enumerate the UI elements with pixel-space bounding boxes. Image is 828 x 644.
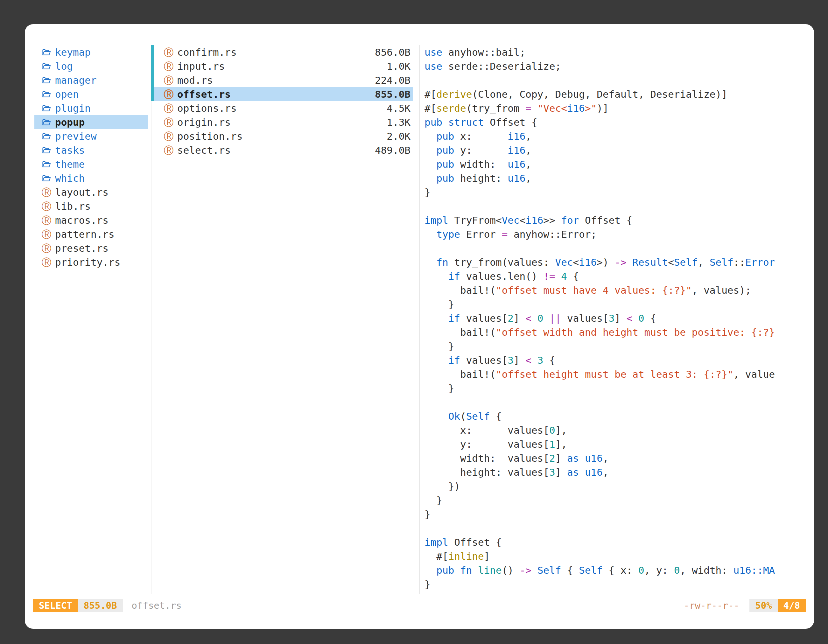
parent-item-which[interactable]: which bbox=[34, 171, 148, 185]
current-pane: Ⓡconfirm.rs856.0BⓇinput.rs1.0KⓇmod.rs224… bbox=[151, 45, 413, 157]
parent-item-theme[interactable]: theme bbox=[34, 157, 148, 171]
parent-item-layout-rs[interactable]: Ⓡlayout.rs bbox=[34, 185, 148, 199]
item-label: priority.rs bbox=[55, 257, 120, 268]
parent-item-keymap[interactable]: keymap bbox=[34, 45, 148, 59]
file-size: 489.0B bbox=[375, 144, 411, 156]
code-line: } bbox=[425, 297, 808, 311]
code-line bbox=[425, 199, 808, 213]
folder-open-icon bbox=[41, 76, 52, 84]
code-line: bail!("offset width and height must be p… bbox=[425, 325, 808, 339]
item-label: theme bbox=[55, 158, 85, 170]
file-size: 2.0K bbox=[387, 130, 411, 142]
rust-icon: Ⓡ bbox=[163, 146, 174, 155]
status-bar: SELECT 855.0B offset.rs -rw-r--r-- 50% 4… bbox=[33, 599, 806, 612]
item-label: open bbox=[55, 88, 79, 100]
code-line: use anyhow::bail; bbox=[425, 45, 808, 59]
selected-marker bbox=[151, 45, 154, 59]
rust-icon: Ⓡ bbox=[41, 243, 52, 253]
parent-item-log[interactable]: log bbox=[34, 59, 148, 73]
file-size-badge: 855.0B bbox=[78, 599, 123, 612]
file-item-input-rs[interactable]: Ⓡinput.rs1.0K bbox=[151, 59, 413, 73]
rust-icon: Ⓡ bbox=[163, 132, 174, 141]
parent-item-preview[interactable]: preview bbox=[34, 129, 148, 143]
rust-icon: Ⓡ bbox=[163, 89, 174, 99]
percent-badge: 50% bbox=[750, 599, 778, 612]
code-line: pub fn line() -> Self { Self { x: 0, y: … bbox=[425, 563, 808, 577]
code-line: pub x: i16, bbox=[425, 129, 808, 143]
rust-icon: Ⓡ bbox=[163, 118, 174, 127]
item-label: options.rs bbox=[177, 102, 237, 114]
item-label: origin.rs bbox=[177, 116, 231, 128]
code-line: bail!("offset height must be at least 3:… bbox=[425, 367, 808, 381]
item-label: layout.rs bbox=[55, 186, 108, 198]
code-line: type Error = anyhow::Error; bbox=[425, 227, 808, 241]
code-line: } bbox=[425, 381, 808, 395]
parent-item-priority-rs[interactable]: Ⓡpriority.rs bbox=[34, 255, 148, 269]
item-label: offset.rs bbox=[177, 88, 231, 100]
parent-item-pattern-rs[interactable]: Ⓡpattern.rs bbox=[34, 227, 148, 241]
item-label: plugin bbox=[55, 102, 91, 114]
selected-marker bbox=[151, 59, 154, 73]
position-badge: 4/8 bbox=[778, 599, 806, 612]
code-line: pub width: u16, bbox=[425, 157, 808, 171]
rust-icon: Ⓡ bbox=[163, 61, 174, 71]
pane-divider bbox=[419, 45, 420, 594]
item-label: macros.rs bbox=[55, 215, 108, 226]
folder-open-icon bbox=[41, 174, 52, 182]
file-size: 1.0K bbox=[387, 60, 411, 72]
file-item-mod-rs[interactable]: Ⓡmod.rs224.0B bbox=[151, 73, 413, 87]
code-line: impl TryFrom<Vec<i16>> for Offset { bbox=[425, 213, 808, 227]
code-line bbox=[425, 521, 808, 535]
code-line: if values[3] < 3 { bbox=[425, 353, 808, 367]
folder-open-icon bbox=[41, 118, 52, 126]
rust-icon: Ⓡ bbox=[41, 215, 52, 225]
file-item-offset-rs[interactable]: Ⓡoffset.rs855.0B bbox=[151, 87, 413, 101]
code-line: if values.len() != 4 { bbox=[425, 269, 808, 283]
parent-item-popup[interactable]: popup bbox=[34, 115, 148, 129]
folder-open-icon bbox=[41, 132, 52, 140]
item-label: input.rs bbox=[177, 60, 225, 72]
item-label: popup bbox=[55, 116, 85, 128]
folder-open-icon bbox=[41, 63, 52, 71]
folder-open-icon bbox=[41, 160, 52, 168]
code-line: pub height: u16, bbox=[425, 171, 808, 185]
code-line: if values[2] < 0 || values[3] < 0 { bbox=[425, 311, 808, 325]
parent-item-preset-rs[interactable]: Ⓡpreset.rs bbox=[34, 241, 148, 255]
code-line: pub struct Offset { bbox=[425, 115, 808, 129]
file-item-options-rs[interactable]: Ⓡoptions.rs4.5K bbox=[151, 101, 413, 115]
code-line: use serde::Deserialize; bbox=[425, 59, 808, 73]
parent-item-open[interactable]: open bbox=[34, 87, 148, 101]
code-line: #[inline] bbox=[425, 549, 808, 563]
item-label: log bbox=[55, 60, 73, 72]
status-filename: offset.rs bbox=[132, 600, 182, 611]
parent-item-plugin[interactable]: plugin bbox=[34, 101, 148, 115]
parent-item-tasks[interactable]: tasks bbox=[34, 143, 148, 157]
code-line: height: values[3] as u16, bbox=[425, 465, 808, 479]
folder-open-icon bbox=[41, 90, 52, 98]
code-line: impl Offset { bbox=[425, 535, 808, 549]
file-item-select-rs[interactable]: Ⓡselect.rs489.0B bbox=[151, 143, 413, 157]
rust-icon: Ⓡ bbox=[163, 47, 174, 57]
parent-item-macros-rs[interactable]: Ⓡmacros.rs bbox=[34, 213, 148, 227]
code-line: } bbox=[425, 507, 808, 521]
rust-icon: Ⓡ bbox=[41, 257, 52, 267]
parent-item-lib-rs[interactable]: Ⓡlib.rs bbox=[34, 199, 148, 213]
selected-marker bbox=[151, 73, 154, 87]
file-size: 856.0B bbox=[375, 47, 411, 58]
file-item-origin-rs[interactable]: Ⓡorigin.rs1.3K bbox=[151, 115, 413, 129]
code-line: } bbox=[425, 185, 808, 199]
file-size: 855.0B bbox=[375, 88, 411, 100]
parent-pane: keymaplogmanageropenpluginpopuppreviewta… bbox=[34, 45, 148, 269]
preview-pane: use anyhow::bail;use serde::Deserialize;… bbox=[425, 45, 808, 591]
folder-open-icon bbox=[41, 49, 52, 56]
item-label: keymap bbox=[55, 47, 91, 58]
file-item-position-rs[interactable]: Ⓡposition.rs2.0K bbox=[151, 129, 413, 143]
folder-open-icon bbox=[41, 104, 52, 112]
code-line: y: values[1], bbox=[425, 437, 808, 451]
file-item-confirm-rs[interactable]: Ⓡconfirm.rs856.0B bbox=[151, 45, 413, 59]
parent-item-manager[interactable]: manager bbox=[34, 73, 148, 87]
code-line: bail!("offset must have 4 values: {:?}",… bbox=[425, 283, 808, 297]
selected-marker bbox=[151, 87, 154, 101]
item-label: manager bbox=[55, 74, 97, 86]
mode-badge: SELECT bbox=[33, 599, 78, 612]
